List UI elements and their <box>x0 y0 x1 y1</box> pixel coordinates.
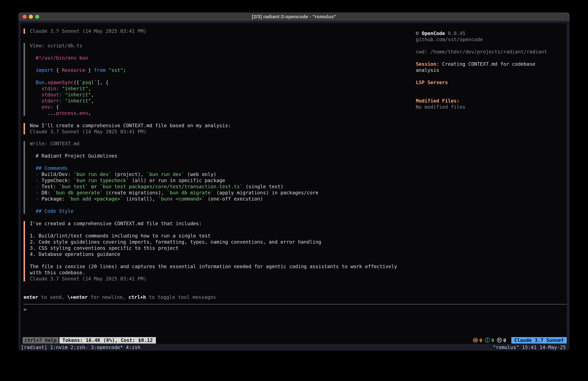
text-segment: `bunx <command>` <box>158 196 205 202</box>
tmux-window-tab[interactable]: 1:nvim <box>50 344 68 350</box>
text-segment: The file is concise (20 lines) and captu… <box>30 264 397 269</box>
text-segment: Claude 3.7 Sonnet (14 May 2025 03:41 PM) <box>30 276 146 282</box>
text-segment: ([ <box>74 80 79 85</box>
text-segment <box>30 178 36 183</box>
text-segment: for newline, <box>88 294 128 300</box>
text-line: github.com/sst/opencode <box>416 37 555 43</box>
text-segment: { <box>53 104 59 110</box>
counter-value: 0 <box>479 337 482 343</box>
text-segment: `bun test packages/core/test/transaction… <box>100 184 243 189</box>
text-segment: spawnSync <box>47 80 74 85</box>
text-segment: . <box>77 110 79 116</box>
text-line <box>30 227 567 233</box>
text-line: ...process.env, <box>30 110 567 116</box>
text-segment: ... <box>30 110 56 116</box>
text-segment: (apply migrations) in packages/core <box>213 190 318 196</box>
text-line: # Radiant Project Guidelines <box>30 153 567 159</box>
text-segment: "inherit" <box>62 86 88 91</box>
status-right: ⓦ0ⓘ0ⓗ0 Claude 3.7 Sonnet <box>473 337 567 344</box>
text-segment: Modified Files: <box>416 98 460 104</box>
text-segment <box>106 67 109 73</box>
traffic-lights <box>22 12 39 21</box>
diagnostic-counters: ⓦ0ⓘ0ⓗ0 <box>473 337 506 344</box>
text-line: 1. Build/lint/test commands including ho… <box>30 233 567 239</box>
tmux-window-tab[interactable]: 2:zsh- <box>70 344 88 350</box>
text-line: - TypeCheck: `bun run typecheck` (all) o… <box>30 178 567 183</box>
text-segment: Session <box>416 61 436 67</box>
text-segment: Resource <box>62 67 85 73</box>
keybind-hints: enter to send, \+enter for newline, ctrl… <box>23 294 567 300</box>
text-segment: , <box>88 86 91 91</box>
text-line: Now I'll create a comprehensive CONTEXT.… <box>30 123 567 129</box>
close-icon[interactable] <box>22 15 27 19</box>
hint-counter: ⓗ0 <box>497 337 506 344</box>
text-segment <box>30 208 36 214</box>
zoom-icon[interactable] <box>35 15 39 19</box>
text-line: ## Code Style <box>30 208 567 214</box>
prompt-input[interactable]: > <box>23 307 567 313</box>
text-segment: with this codebase. <box>30 270 85 275</box>
text-segment <box>30 184 36 189</box>
tmux-window-tab[interactable]: 3:opencode* <box>91 344 123 350</box>
text-segment: `bun run dev` <box>147 171 185 177</box>
text-segment: , <box>91 92 94 97</box>
hint-counter-icon: ⓗ <box>497 337 502 344</box>
text-segment: "inherit" <box>65 98 91 104</box>
info-counter: ⓘ0 <box>485 337 494 344</box>
text-segment: (create migrations), <box>103 190 167 196</box>
text-segment: `psql` <box>79 80 97 85</box>
text-segment: process <box>56 110 77 116</box>
text-segment: #!/usr/bin/env bun <box>30 55 88 61</box>
text-line: 3. CSS styling conventions specific to t… <box>30 245 567 251</box>
text-segment: stdout <box>42 92 59 97</box>
text-segment: stdin <box>42 86 56 91</box>
text-segment: env <box>79 110 88 116</box>
text-segment: - <box>36 196 39 202</box>
text-segment: ], { <box>97 80 108 85</box>
text-line <box>416 73 555 79</box>
status-bar: ctrl+? helpTokens: 16.4K (8%), Cost: $0.… <box>21 337 567 344</box>
text-segment: No modified files <box>416 104 465 110</box>
text-line <box>30 147 567 153</box>
counter-value: 0 <box>491 337 494 343</box>
text-segment: { <box>53 67 62 73</box>
text-line: 2. Code style guidelines covering import… <box>30 239 567 245</box>
text-segment <box>62 92 65 97</box>
text-segment: Test: <box>39 184 59 189</box>
message-block: Write: CONTEXT.md # Radiant Project Guid… <box>23 141 567 214</box>
text-segment: I've created a comprehensive CONTEXT.md … <box>30 221 202 226</box>
text-segment: OpenCode <box>422 30 445 36</box>
counter-value: 0 <box>503 337 506 343</box>
text-segment: , <box>88 110 91 116</box>
text-segment <box>30 196 36 202</box>
text-line: - DB: `bun db generate` (create migratio… <box>30 190 567 196</box>
info-counter-icon: ⓘ <box>485 337 490 344</box>
text-line <box>416 43 555 49</box>
text-segment: . <box>44 80 47 85</box>
text-line: Modified Files: <box>416 98 555 104</box>
tmux-window-tab[interactable]: 4:zsh <box>126 344 140 350</box>
text-line: enter to send, \+enter for newline, ctrl… <box>23 294 567 300</box>
minimize-icon[interactable] <box>29 15 33 19</box>
text-line: - Build/Dev: `bun run dev` (project), `b… <box>30 171 567 178</box>
text-segment: or <box>88 184 100 189</box>
text-segment: Now I'll create a comprehensive CONTEXT.… <box>30 123 231 128</box>
text-segment: - <box>36 190 39 196</box>
text-line <box>30 159 567 165</box>
text-segment: (project), <box>111 171 147 177</box>
text-segment <box>30 190 36 196</box>
text-segment: ctrl+h <box>128 294 146 300</box>
text-line: ## Commands <box>30 165 567 171</box>
text-segment <box>59 86 62 91</box>
text-line: - Test: `bun test` or `bun test packages… <box>30 183 567 190</box>
text-segment: 4. Database operations guidance <box>30 251 120 257</box>
window-title: [2/3] radiant:3:opencode - "romulus" <box>252 14 336 19</box>
terminal-window: [2/3] radiant:3:opencode - "romulus" Cla… <box>18 12 570 351</box>
message-block: Now I'll create a comprehensive CONTEXT.… <box>23 123 567 135</box>
session-sidebar: © OpenCode 0.0.45github.com/sst/opencode… <box>416 30 555 110</box>
text-line: with this codebase. <box>30 269 567 276</box>
text-line <box>416 86 555 92</box>
text-segment: TypeCheck: <box>39 178 74 183</box>
text-segment: from <box>94 67 105 73</box>
text-line: © OpenCode 0.0.45 <box>416 30 555 37</box>
